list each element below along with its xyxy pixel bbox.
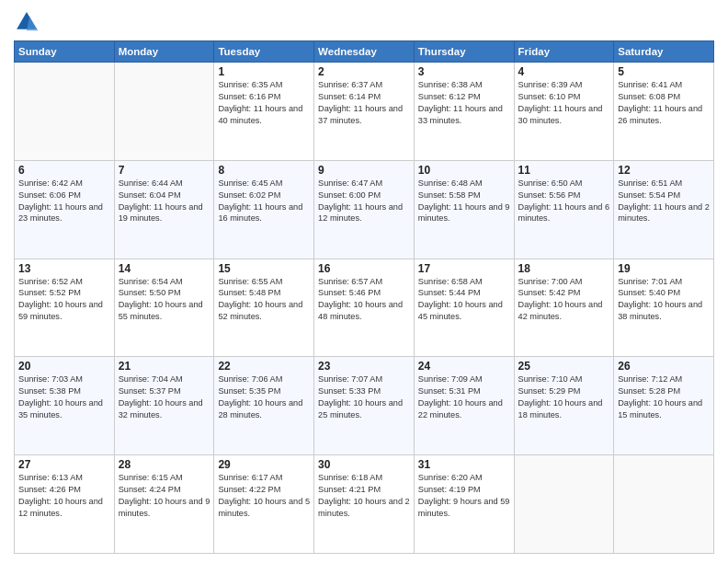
day-number: 13 — [18, 262, 110, 275]
calendar-cell: 20Sunrise: 7:03 AM Sunset: 5:38 PM Dayli… — [15, 357, 115, 455]
day-number: 18 — [518, 262, 610, 275]
day-number: 24 — [418, 360, 510, 373]
calendar-cell: 11Sunrise: 6:50 AM Sunset: 5:56 PM Dayli… — [514, 160, 614, 259]
calendar-cell: 16Sunrise: 6:57 AM Sunset: 5:46 PM Dayli… — [314, 259, 415, 357]
day-info: Sunrise: 6:20 AM Sunset: 4:19 PM Dayligh… — [418, 472, 510, 520]
calendar-cell: 22Sunrise: 7:06 AM Sunset: 5:35 PM Dayli… — [214, 357, 314, 455]
weekday-row: SundayMondayTuesdayWednesdayThursdayFrid… — [15, 41, 714, 63]
day-number: 25 — [518, 360, 610, 373]
day-info: Sunrise: 6:52 AM Sunset: 5:52 PM Dayligh… — [18, 276, 110, 324]
day-number: 6 — [18, 164, 110, 177]
day-number: 9 — [318, 164, 410, 177]
day-number: 20 — [18, 360, 110, 373]
calendar-cell: 31Sunrise: 6:20 AM Sunset: 4:19 PM Dayli… — [414, 455, 514, 554]
day-info: Sunrise: 6:15 AM Sunset: 4:24 PM Dayligh… — [119, 472, 210, 520]
calendar-cell: 2Sunrise: 6:37 AM Sunset: 6:14 PM Daylig… — [314, 63, 415, 161]
day-number: 11 — [518, 164, 610, 177]
calendar-cell: 3Sunrise: 6:38 AM Sunset: 6:12 PM Daylig… — [414, 63, 514, 161]
logo-icon — [14, 9, 40, 35]
calendar-cell: 30Sunrise: 6:18 AM Sunset: 4:21 PM Dayli… — [314, 455, 415, 554]
day-info: Sunrise: 7:09 AM Sunset: 5:31 PM Dayligh… — [418, 373, 510, 421]
day-info: Sunrise: 6:45 AM Sunset: 6:02 PM Dayligh… — [218, 178, 310, 225]
calendar-table: SundayMondayTuesdayWednesdayThursdayFrid… — [14, 40, 714, 554]
day-number: 21 — [119, 360, 210, 373]
day-info: Sunrise: 6:51 AM Sunset: 5:54 PM Dayligh… — [618, 178, 710, 225]
day-info: Sunrise: 6:50 AM Sunset: 5:56 PM Dayligh… — [518, 178, 610, 225]
calendar-cell — [114, 63, 214, 161]
calendar-cell: 23Sunrise: 7:07 AM Sunset: 5:33 PM Dayli… — [314, 357, 415, 455]
calendar-cell: 26Sunrise: 7:12 AM Sunset: 5:28 PM Dayli… — [614, 357, 714, 455]
day-number: 5 — [618, 65, 710, 78]
day-info: Sunrise: 6:55 AM Sunset: 5:48 PM Dayligh… — [218, 276, 310, 324]
calendar-cell: 18Sunrise: 7:00 AM Sunset: 5:42 PM Dayli… — [514, 259, 614, 357]
day-info: Sunrise: 6:38 AM Sunset: 6:12 PM Dayligh… — [418, 79, 510, 127]
day-info: Sunrise: 6:13 AM Sunset: 4:26 PM Dayligh… — [18, 472, 110, 520]
day-info: Sunrise: 6:39 AM Sunset: 6:10 PM Dayligh… — [518, 79, 610, 127]
calendar-cell: 17Sunrise: 6:58 AM Sunset: 5:44 PM Dayli… — [414, 259, 514, 357]
weekday-header: Friday — [514, 41, 614, 63]
calendar-week: 13Sunrise: 6:52 AM Sunset: 5:52 PM Dayli… — [15, 259, 714, 357]
day-info: Sunrise: 6:18 AM Sunset: 4:21 PM Dayligh… — [318, 472, 410, 520]
calendar-cell — [514, 455, 614, 554]
calendar-cell: 12Sunrise: 6:51 AM Sunset: 5:54 PM Dayli… — [614, 160, 714, 259]
calendar-cell: 24Sunrise: 7:09 AM Sunset: 5:31 PM Dayli… — [414, 357, 514, 455]
day-number: 10 — [418, 164, 510, 177]
calendar-header: SundayMondayTuesdayWednesdayThursdayFrid… — [15, 41, 714, 63]
weekday-header: Thursday — [414, 41, 514, 63]
day-number: 31 — [418, 458, 510, 471]
calendar-cell — [15, 63, 115, 161]
calendar-cell: 21Sunrise: 7:04 AM Sunset: 5:37 PM Dayli… — [114, 357, 214, 455]
calendar-cell: 9Sunrise: 6:47 AM Sunset: 6:00 PM Daylig… — [314, 160, 415, 259]
day-info: Sunrise: 6:17 AM Sunset: 4:22 PM Dayligh… — [218, 472, 310, 520]
weekday-header: Saturday — [614, 41, 714, 63]
day-number: 12 — [618, 164, 710, 177]
calendar-cell: 25Sunrise: 7:10 AM Sunset: 5:29 PM Dayli… — [514, 357, 614, 455]
calendar-cell: 29Sunrise: 6:17 AM Sunset: 4:22 PM Dayli… — [214, 455, 314, 554]
calendar-cell: 5Sunrise: 6:41 AM Sunset: 6:08 PM Daylig… — [614, 63, 714, 161]
day-number: 22 — [218, 360, 310, 373]
page: SundayMondayTuesdayWednesdayThursdayFrid… — [0, 0, 728, 563]
day-number: 3 — [418, 65, 510, 78]
day-number: 26 — [618, 360, 710, 373]
calendar-cell: 27Sunrise: 6:13 AM Sunset: 4:26 PM Dayli… — [15, 455, 115, 554]
day-info: Sunrise: 6:58 AM Sunset: 5:44 PM Dayligh… — [418, 276, 510, 324]
day-info: Sunrise: 6:41 AM Sunset: 6:08 PM Dayligh… — [618, 79, 710, 127]
calendar-week: 20Sunrise: 7:03 AM Sunset: 5:38 PM Dayli… — [15, 357, 714, 455]
weekday-header: Wednesday — [314, 41, 415, 63]
day-number: 4 — [518, 65, 610, 78]
calendar-week: 1Sunrise: 6:35 AM Sunset: 6:16 PM Daylig… — [15, 63, 714, 161]
day-number: 19 — [618, 262, 710, 275]
calendar-week: 6Sunrise: 6:42 AM Sunset: 6:06 PM Daylig… — [15, 160, 714, 259]
day-number: 30 — [318, 458, 410, 471]
day-info: Sunrise: 6:54 AM Sunset: 5:50 PM Dayligh… — [119, 276, 210, 324]
day-info: Sunrise: 6:35 AM Sunset: 6:16 PM Dayligh… — [218, 79, 310, 127]
calendar-cell: 10Sunrise: 6:48 AM Sunset: 5:58 PM Dayli… — [414, 160, 514, 259]
header — [14, 9, 714, 35]
calendar-cell: 4Sunrise: 6:39 AM Sunset: 6:10 PM Daylig… — [514, 63, 614, 161]
day-number: 27 — [18, 458, 110, 471]
calendar-cell: 15Sunrise: 6:55 AM Sunset: 5:48 PM Dayli… — [214, 259, 314, 357]
day-number: 16 — [318, 262, 410, 275]
day-info: Sunrise: 6:37 AM Sunset: 6:14 PM Dayligh… — [318, 79, 410, 127]
day-info: Sunrise: 6:47 AM Sunset: 6:00 PM Dayligh… — [318, 178, 410, 225]
calendar-body: 1Sunrise: 6:35 AM Sunset: 6:16 PM Daylig… — [15, 63, 714, 554]
weekday-header: Monday — [114, 41, 214, 63]
day-info: Sunrise: 7:04 AM Sunset: 5:37 PM Dayligh… — [119, 373, 210, 421]
day-number: 14 — [119, 262, 210, 275]
calendar-week: 27Sunrise: 6:13 AM Sunset: 4:26 PM Dayli… — [15, 455, 714, 554]
calendar-cell: 7Sunrise: 6:44 AM Sunset: 6:04 PM Daylig… — [114, 160, 214, 259]
day-info: Sunrise: 7:10 AM Sunset: 5:29 PM Dayligh… — [518, 373, 610, 421]
day-info: Sunrise: 6:57 AM Sunset: 5:46 PM Dayligh… — [318, 276, 410, 324]
calendar-cell — [614, 455, 714, 554]
day-number: 8 — [218, 164, 310, 177]
day-info: Sunrise: 7:03 AM Sunset: 5:38 PM Dayligh… — [18, 373, 110, 421]
day-number: 1 — [218, 65, 310, 78]
day-info: Sunrise: 7:06 AM Sunset: 5:35 PM Dayligh… — [218, 373, 310, 421]
calendar-cell: 13Sunrise: 6:52 AM Sunset: 5:52 PM Dayli… — [15, 259, 115, 357]
logo — [14, 9, 43, 35]
day-info: Sunrise: 7:07 AM Sunset: 5:33 PM Dayligh… — [318, 373, 410, 421]
day-number: 2 — [318, 65, 410, 78]
day-info: Sunrise: 6:44 AM Sunset: 6:04 PM Dayligh… — [119, 178, 210, 225]
day-info: Sunrise: 6:48 AM Sunset: 5:58 PM Dayligh… — [418, 178, 510, 225]
calendar-cell: 28Sunrise: 6:15 AM Sunset: 4:24 PM Dayli… — [114, 455, 214, 554]
